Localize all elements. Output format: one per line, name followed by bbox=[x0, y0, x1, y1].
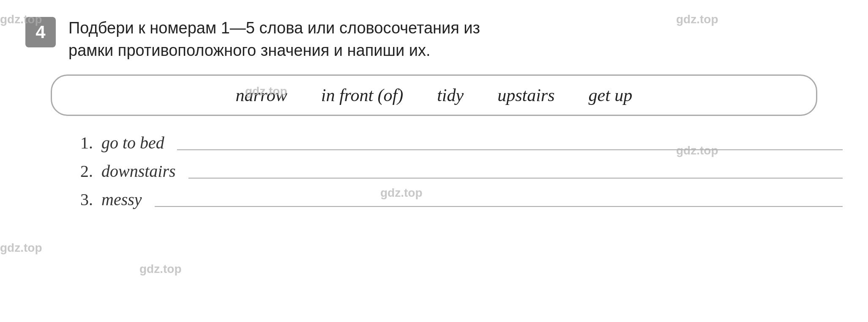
word-in-front-of: in front (of) bbox=[321, 85, 403, 105]
exercise-item-3: 3. messy bbox=[68, 190, 843, 209]
exercise-list: 1. go to bed 2. downstairs 3. messy bbox=[68, 133, 843, 209]
exercise-number-3: 3. bbox=[68, 190, 93, 209]
exercise-number-1: 1. bbox=[68, 133, 93, 153]
word-box: narrow in front (of) tidy upstairs get u… bbox=[51, 74, 817, 116]
exercise-word-3: messy bbox=[101, 190, 142, 209]
exercise-word-2: downstairs bbox=[101, 161, 176, 181]
page: gdz.top gdz.top gdz.top gdz.top gdz.top … bbox=[0, 0, 868, 322]
exercise-item-2: 2. downstairs bbox=[68, 161, 843, 181]
exercise-line-1 bbox=[177, 149, 843, 150]
word-tidy: tidy bbox=[437, 85, 464, 105]
exercise-word-1: go to bed bbox=[101, 133, 164, 153]
header-row: 4 Подбери к номерам 1—5 слова или словос… bbox=[25, 17, 843, 62]
exercise-number-2: 2. bbox=[68, 161, 93, 181]
watermark-7: gdz.top bbox=[139, 262, 182, 276]
word-narrow: narrow bbox=[236, 85, 287, 105]
exercise-line-2 bbox=[188, 178, 843, 179]
exercise-item-1: 1. go to bed bbox=[68, 133, 843, 153]
word-get-up: get up bbox=[589, 85, 633, 105]
task-number-badge: 4 bbox=[25, 17, 56, 47]
word-upstairs: upstairs bbox=[497, 85, 554, 105]
task-instruction: Подбери к номерам 1—5 слова или словосоч… bbox=[68, 17, 480, 62]
watermark-6: gdz.top bbox=[0, 241, 42, 255]
exercise-line-3 bbox=[155, 206, 843, 207]
